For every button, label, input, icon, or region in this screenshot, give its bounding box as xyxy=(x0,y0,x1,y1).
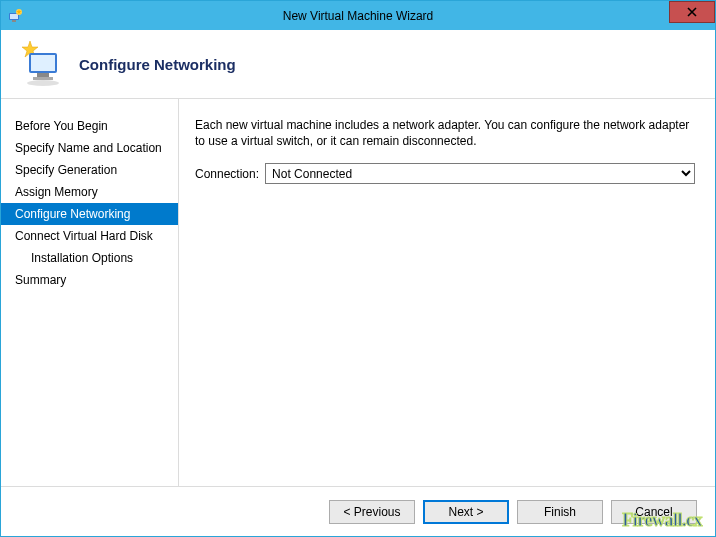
cancel-button[interactable]: Cancel xyxy=(611,500,697,524)
connection-field: Connection: Not Connected xyxy=(195,163,695,184)
next-button[interactable]: Next > xyxy=(423,500,509,524)
svg-rect-8 xyxy=(33,77,53,80)
connection-select[interactable]: Not Connected xyxy=(265,163,695,184)
connection-label: Connection: xyxy=(195,167,259,181)
step-specify-name-location[interactable]: Specify Name and Location xyxy=(1,137,178,159)
step-installation-options[interactable]: Installation Options xyxy=(1,247,178,269)
wizard-window: New Virtual Machine Wizard Configure Net… xyxy=(0,0,716,537)
svg-rect-2 xyxy=(12,20,16,22)
content-pane: Each new virtual machine includes a netw… xyxy=(179,99,715,486)
close-icon xyxy=(687,5,697,20)
svg-point-9 xyxy=(27,80,59,86)
sidebar: Before You Begin Specify Name and Locati… xyxy=(1,99,179,486)
close-button[interactable] xyxy=(669,1,715,23)
footer: < Previous Next > Finish Cancel xyxy=(1,486,715,536)
step-configure-networking[interactable]: Configure Networking xyxy=(1,203,178,225)
svg-rect-1 xyxy=(10,14,18,19)
previous-button[interactable]: < Previous xyxy=(329,500,415,524)
svg-rect-7 xyxy=(37,73,49,77)
description-text: Each new virtual machine includes a netw… xyxy=(195,117,695,149)
svg-rect-6 xyxy=(31,55,55,71)
page-title: Configure Networking xyxy=(79,56,236,73)
wizard-body: Before You Begin Specify Name and Locati… xyxy=(1,99,715,486)
header-band: Configure Networking xyxy=(1,30,715,99)
titlebar: New Virtual Machine Wizard xyxy=(1,1,715,30)
step-specify-generation[interactable]: Specify Generation xyxy=(1,159,178,181)
finish-button[interactable]: Finish xyxy=(517,500,603,524)
step-connect-vhd[interactable]: Connect Virtual Hard Disk xyxy=(1,225,178,247)
window-title: New Virtual Machine Wizard xyxy=(1,9,715,23)
step-before-you-begin[interactable]: Before You Begin xyxy=(1,115,178,137)
app-icon xyxy=(7,8,23,24)
wizard-icon xyxy=(17,39,65,90)
step-assign-memory[interactable]: Assign Memory xyxy=(1,181,178,203)
step-summary[interactable]: Summary xyxy=(1,269,178,291)
